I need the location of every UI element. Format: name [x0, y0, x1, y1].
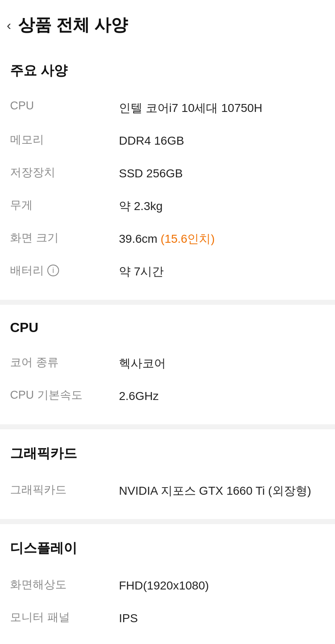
spec-label: 화면해상도 — [10, 577, 119, 592]
section-divider — [0, 424, 335, 429]
spec-label: 배터리i — [10, 263, 119, 278]
page-title: 상품 전체 사양 — [18, 13, 128, 36]
spec-row: 배터리i약 7시간 — [10, 255, 325, 288]
spec-label: CPU 기본속도 — [10, 387, 119, 402]
spec-value: 약 7시간 — [119, 263, 325, 280]
spec-label: 그래픽카드 — [10, 482, 119, 497]
spec-row: 그래픽카드NVIDIA 지포스 GTX 1660 Ti (외장형) — [10, 475, 325, 507]
spec-row: 무게약 2.3kg — [10, 190, 325, 223]
section-title-cpu: CPU — [10, 320, 325, 335]
spec-label: 코어 종류 — [10, 355, 119, 370]
spec-value: 인텔 코어i7 10세대 10750H — [119, 99, 325, 117]
spec-value: 39.6cm (15.6인치) — [119, 230, 325, 248]
spec-label: 모니터 패널 — [10, 610, 119, 625]
spec-value: DDR4 16GB — [119, 132, 325, 150]
back-button[interactable]: ‹ — [7, 18, 11, 32]
section-main-specs: 주요 사양CPU인텔 코어i7 10세대 10750H메모리DDR4 16GB저… — [0, 47, 335, 296]
spec-row: 저장장치SSD 256GB — [10, 157, 325, 190]
spec-row: 모니터 주사율144Hz — [10, 635, 325, 644]
spec-value: 144Hz — [119, 642, 325, 644]
spec-label: 저장장치 — [10, 165, 119, 180]
page-header: ‹ 상품 전체 사양 — [0, 0, 335, 47]
spec-label: 무게 — [10, 197, 119, 213]
spec-value: NVIDIA 지포스 GTX 1660 Ti (외장형) — [119, 482, 325, 500]
spec-value: IPS — [119, 610, 325, 627]
spec-row: CPU인텔 코어i7 10세대 10750H — [10, 92, 325, 125]
section-title-main-specs: 주요 사양 — [10, 62, 325, 80]
spec-value: FHD(1920x1080) — [119, 577, 325, 595]
spec-row: 화면 크기39.6cm (15.6인치) — [10, 223, 325, 255]
spec-label: 메모리 — [10, 132, 119, 147]
spec-row: 코어 종류헥사코어 — [10, 347, 325, 380]
section-cpu: CPU코어 종류헥사코어CPU 기본속도2.6GHz — [0, 305, 335, 421]
info-icon[interactable]: i — [47, 265, 59, 276]
spec-row: CPU 기본속도2.6GHz — [10, 380, 325, 413]
spec-label: CPU — [10, 99, 119, 112]
section-divider — [0, 300, 335, 305]
spec-row: 화면해상도FHD(1920x1080) — [10, 569, 325, 602]
section-gpu: 그래픽카드그래픽카드NVIDIA 지포스 GTX 1660 Ti (외장형) — [0, 429, 335, 516]
section-divider — [0, 519, 335, 524]
section-title-display: 디스플레이 — [10, 539, 325, 558]
spec-row: 모니터 패널IPS — [10, 602, 325, 635]
spec-value-highlight: (15.6인치) — [161, 232, 215, 245]
spec-row: 메모리DDR4 16GB — [10, 125, 325, 157]
spec-value: SSD 256GB — [119, 165, 325, 182]
spec-label: 모니터 주사율 — [10, 642, 119, 644]
spec-value: 헥사코어 — [119, 355, 325, 372]
spec-value: 약 2.3kg — [119, 197, 325, 215]
spec-label: 화면 크기 — [10, 230, 119, 245]
spec-value: 2.6GHz — [119, 387, 325, 405]
section-display: 디스플레이화면해상도FHD(1920x1080)모니터 패널IPS모니터 주사율… — [0, 524, 335, 644]
section-title-gpu: 그래픽카드 — [10, 444, 325, 463]
